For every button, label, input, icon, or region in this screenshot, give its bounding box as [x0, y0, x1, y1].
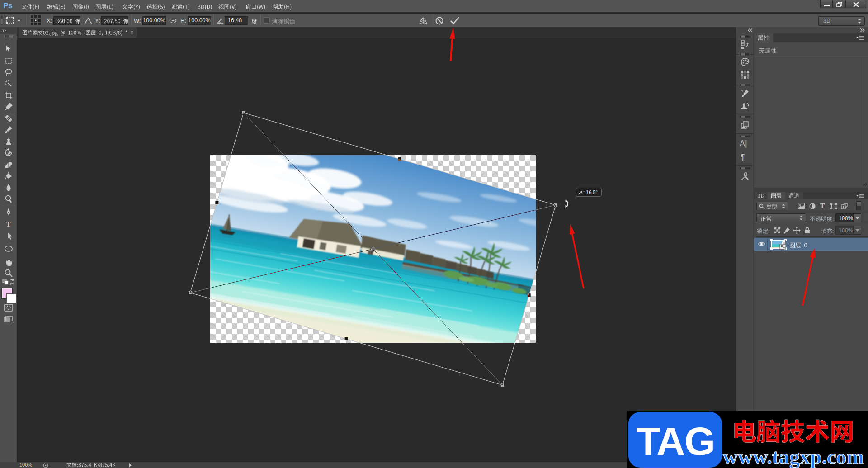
svg-text:T: T — [6, 220, 11, 228]
